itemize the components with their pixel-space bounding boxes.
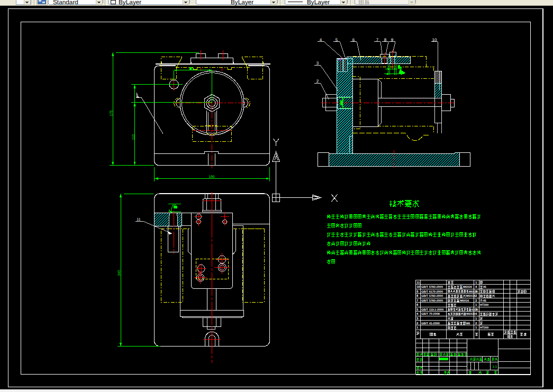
svg-text:GB/T 5783-2000: GB/T 5783-2000 (421, 295, 443, 298)
svg-text:180: 180 (209, 175, 215, 179)
svg-text:GB/T 119.1-2000: GB/T 119.1-2000 (421, 308, 443, 312)
svg-text:175: 175 (110, 110, 113, 116)
svg-text:Standard: Standard (53, 0, 78, 6)
svg-text:GB/T 5783-2000: GB/T 5783-2000 (421, 299, 443, 303)
svg-text:10: 10 (416, 285, 420, 289)
svg-text:GB/T 41-2000: GB/T 41-2000 (421, 322, 440, 325)
svg-text:1:1: 1:1 (493, 365, 497, 369)
svg-text:2: 2 (316, 79, 319, 84)
svg-text:110: 110 (132, 134, 135, 140)
svg-text:3: 3 (316, 61, 319, 66)
svg-text:7: 7 (376, 38, 379, 42)
svg-text:ByLayer: ByLayer (231, 0, 253, 6)
svg-text:340: 340 (117, 270, 121, 276)
svg-text:GB/T 5783-2000: GB/T 5783-2000 (421, 286, 443, 289)
svg-text:10: 10 (432, 38, 437, 42)
svg-text:M6: M6 (466, 322, 470, 325)
svg-text:4: 4 (320, 38, 322, 42)
svg-text:M6X16: M6X16 (460, 299, 469, 303)
svg-text:M6X20: M6X20 (463, 286, 472, 289)
svg-text:8: 8 (384, 38, 387, 42)
svg-text:M6X30: M6X30 (466, 313, 475, 316)
svg-text:ByLayer: ByLayer (307, 0, 330, 6)
svg-text:GB/T 70-2008: GB/T 70-2008 (421, 313, 440, 316)
svg-text:HT200: HT200 (480, 326, 488, 330)
svg-text:45: 45 (483, 286, 486, 289)
svg-text:M6X14: M6X14 (466, 295, 475, 298)
svg-text:5: 5 (336, 38, 338, 42)
svg-text:45: 45 (483, 299, 486, 303)
svg-text:11: 11 (416, 281, 420, 285)
svg-text:GB/T 6170-2000: GB/T 6170-2000 (421, 290, 443, 294)
svg-text:6: 6 (352, 38, 355, 42)
svg-text:9: 9 (391, 38, 394, 42)
svg-text:ByLayer: ByLayer (119, 0, 141, 6)
svg-text:HT200: HT200 (480, 304, 488, 307)
